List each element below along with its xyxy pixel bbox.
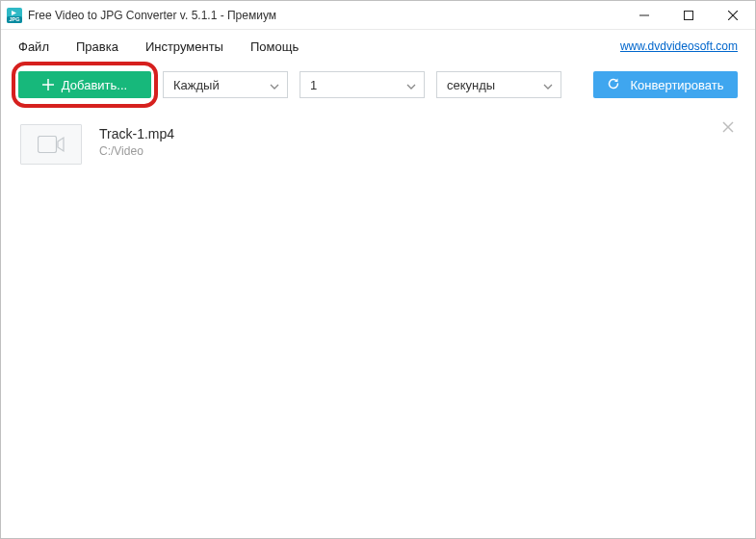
value-select[interactable]: 1 [300,71,425,98]
file-thumbnail [20,124,82,165]
file-item[interactable]: Track-1.mp4 C:/Video [16,115,740,178]
window-title: Free Video to JPG Converter v. 5.1.1 - П… [28,9,276,22]
maximize-icon [684,11,693,20]
menu-file[interactable]: Файл [5,30,63,63]
chevron-down-icon [543,78,553,92]
app-window: JPG Free Video to JPG Converter v. 5.1.1… [0,0,756,539]
close-icon [722,121,734,133]
menubar: Файл Правка Инструменты Помощь www.dvdvi… [1,30,755,63]
file-name: Track-1.mp4 [99,124,174,143]
value-select-value: 1 [310,78,317,92]
unit-select[interactable]: секунды [436,71,561,98]
convert-button[interactable]: Конвертировать [593,71,738,98]
menu-tools[interactable]: Инструменты [132,30,237,63]
svg-marker-12 [58,138,64,151]
minimize-icon [639,11,649,20]
app-icon: JPG [7,8,22,23]
file-text: Track-1.mp4 C:/Video [99,124,174,161]
unit-select-value: секунды [447,78,495,92]
mode-select-value: Каждый [173,78,220,92]
close-icon [728,11,738,20]
add-button[interactable]: Добавить... [18,71,151,98]
svg-rect-11 [39,137,57,153]
file-path: C:/Video [99,143,174,160]
convert-button-label: Конвертировать [630,78,723,92]
svg-rect-5 [685,11,693,19]
maximize-button[interactable] [666,1,711,30]
menu-edit[interactable]: Правка [63,30,132,63]
titlebar: JPG Free Video to JPG Converter v. 5.1.1… [1,1,755,30]
refresh-icon [607,77,620,93]
plus-icon [42,79,54,90]
file-list: Track-1.mp4 C:/Video [1,107,755,178]
video-icon [38,136,65,153]
chevron-down-icon [270,78,279,92]
add-button-wrapper: Добавить... [18,71,151,98]
minimize-button[interactable] [622,1,666,30]
svg-text:JPG: JPG [9,16,19,22]
remove-file-button[interactable] [722,120,734,136]
menu-help[interactable]: Помощь [237,30,312,63]
close-button[interactable] [711,1,755,30]
mode-select[interactable]: Каждый [163,71,288,98]
toolbar: Добавить... Каждый 1 секунды [1,63,755,107]
add-button-label: Добавить... [62,78,127,92]
chevron-down-icon [406,78,416,92]
vendor-link[interactable]: www.dvdvideosoft.com [620,39,751,53]
